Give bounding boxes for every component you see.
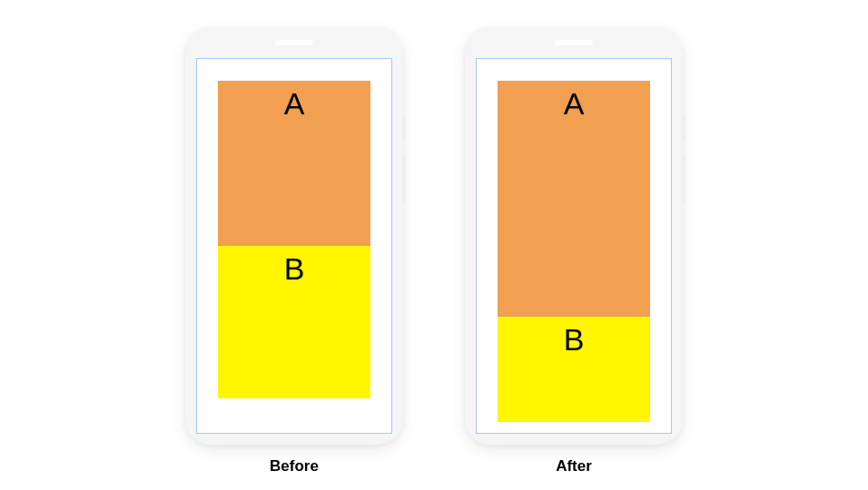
phone-after: A B After [465, 27, 683, 475]
phone-power-button-icon [402, 114, 406, 142]
phone-frame: A B [465, 27, 683, 445]
phone-frame: A B [185, 27, 403, 445]
phone-power-button-icon [682, 114, 686, 142]
phone-volume-button-icon [402, 154, 406, 203]
layout-block-a: A [498, 81, 650, 317]
phone-caption: Before [270, 457, 319, 475]
phone-before: A B Before [185, 27, 403, 475]
phone-volume-button-icon [682, 154, 686, 203]
phone-caption: After [556, 457, 592, 475]
layout-block-b: B [498, 317, 650, 422]
phone-screen: A B [196, 58, 392, 434]
phone-speaker-icon [275, 40, 313, 45]
layout-block-a: A [218, 81, 370, 246]
phone-screen: A B [476, 58, 672, 434]
phone-speaker-icon [555, 40, 593, 45]
layout-block-b: B [218, 246, 370, 398]
